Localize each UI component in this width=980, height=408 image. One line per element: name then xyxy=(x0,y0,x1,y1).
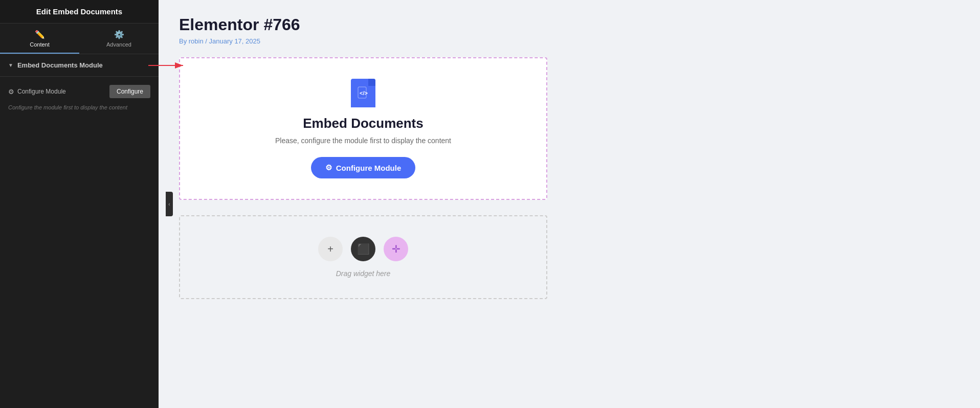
tab-content[interactable]: ✏️ Content xyxy=(0,24,79,54)
configure-label: ⚙ Configure Module xyxy=(8,88,66,96)
drag-label: Drag widget here xyxy=(336,269,391,278)
pencil-icon: ✏️ xyxy=(35,30,45,39)
sidebar-header: Edit Embed Documents xyxy=(0,0,159,24)
gear-icon-btn: ⚙ xyxy=(325,163,332,172)
plus-icon: + xyxy=(327,243,333,255)
embed-documents-widget: </> Embed Documents Please, configure th… xyxy=(179,57,547,200)
gear-icon: ⚙️ xyxy=(114,30,124,39)
configure-label-text: Configure Module xyxy=(17,88,66,95)
folder-icon: ⬛ xyxy=(357,243,370,255)
sidebar-tabs: ✏️ Content ⚙️ Advanced xyxy=(0,24,159,54)
configure-module-label: Configure Module xyxy=(336,164,402,172)
move-button[interactable]: ✛ xyxy=(384,237,408,261)
configure-module-row: ⚙ Configure Module Configure xyxy=(8,85,150,98)
sidebar: Edit Embed Documents ✏️ Content ⚙️ Advan… xyxy=(0,0,159,408)
section-embed-documents[interactable]: ▼ Embed Documents Module xyxy=(0,54,159,77)
drag-widget-area: + ⬛ ✛ Drag widget here xyxy=(179,215,547,299)
chevron-down-icon: ▼ xyxy=(8,62,13,68)
sidebar-title: Edit Embed Documents xyxy=(36,7,122,16)
widget-desc: Please, configure the module first to di… xyxy=(275,137,451,145)
page-meta: By robin / January 17, 2025 xyxy=(179,37,960,45)
svg-text:</>: </> xyxy=(360,90,368,96)
add-widget-button[interactable]: + xyxy=(318,237,343,261)
tab-advanced-label: Advanced xyxy=(106,41,131,48)
configure-button[interactable]: Configure xyxy=(109,85,150,98)
tab-advanced[interactable]: ⚙️ Advanced xyxy=(79,24,159,54)
folder-button[interactable]: ⬛ xyxy=(351,237,375,261)
code-file-icon: </> xyxy=(358,86,369,100)
section-content: ⚙ Configure Module Configure Configure t… xyxy=(0,77,159,119)
chevron-left-icon: ‹ xyxy=(168,201,170,207)
embed-document-icon: </> xyxy=(351,79,375,107)
drag-icons-row: + ⬛ ✛ xyxy=(318,237,408,261)
hint-text: Configure the module first to display th… xyxy=(8,104,150,110)
main-content: Elementor #766 By robin / January 17, 20… xyxy=(159,0,980,408)
move-icon: ✛ xyxy=(392,243,400,255)
tab-content-label: Content xyxy=(30,41,50,48)
sidebar-collapse-handle[interactable]: ‹ xyxy=(166,192,173,216)
page-title: Elementor #766 xyxy=(179,15,960,34)
settings-icon: ⚙ xyxy=(8,88,14,96)
widget-title: Embed Documents xyxy=(303,116,424,131)
section-title: Embed Documents Module xyxy=(17,61,103,69)
configure-module-button[interactable]: ⚙ Configure Module xyxy=(311,157,416,178)
